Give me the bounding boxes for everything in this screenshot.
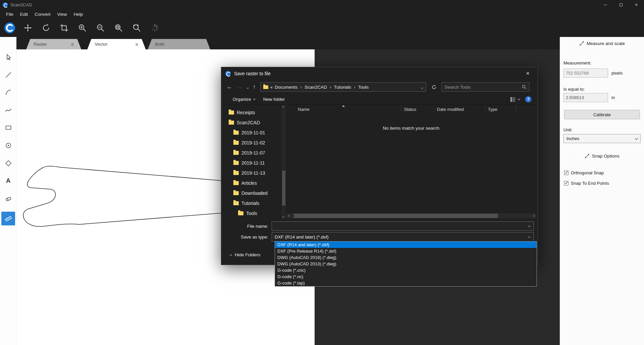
scrollbar-thumb[interactable]: [294, 214, 498, 218]
column-type[interactable]: Type: [485, 105, 516, 114]
rectangle-tool[interactable]: [1, 121, 15, 134]
minimize-button[interactable]: [598, 0, 613, 9]
tab-menu-icon[interactable]: ≡: [71, 41, 74, 47]
type-option-dxf-pre-r14[interactable]: DXF (Pre Release R14) (*.dxf): [275, 248, 537, 254]
select-tool[interactable]: [1, 50, 15, 64]
tree-item-2019-11-02[interactable]: 2019-11-02: [221, 138, 282, 148]
measure-tool[interactable]: [1, 212, 15, 225]
zoom-out-icon[interactable]: [94, 21, 107, 34]
address-dropdown-icon[interactable]: [421, 86, 423, 89]
tree-item-scan2cad[interactable]: Scan2CAD: [221, 118, 282, 128]
tool-sidebar: A: [0, 37, 16, 345]
tree-scrollbar[interactable]: [282, 105, 286, 219]
menu-view[interactable]: View: [54, 10, 70, 18]
type-option-dwg-2013[interactable]: DWG (AutoCAD 2013) (*.dwg): [275, 261, 537, 267]
back-button[interactable]: ←: [227, 84, 232, 90]
address-bar[interactable]: « Documents › Scan2CAD › Tutorials › Too…: [260, 82, 426, 92]
scrollbar-thumb[interactable]: [282, 171, 285, 206]
new-folder-button[interactable]: New folder: [261, 95, 288, 103]
search-box[interactable]: [442, 82, 530, 92]
app-window: Scan2CAD × File Edit Convert View Help: [0, 0, 644, 345]
checkbox-orthogonal-snap[interactable]: Orthogonal Snap: [564, 170, 604, 175]
search-input[interactable]: [445, 85, 522, 90]
tab-menu-icon[interactable]: ≡: [135, 41, 138, 47]
breadcrumb-tutorials[interactable]: Tutorials: [334, 85, 351, 90]
tree-item-2019-11-01[interactable]: 2019-11-01: [221, 128, 282, 138]
folder-icon: [233, 141, 239, 145]
breadcrumb-documents[interactable]: Documents: [275, 85, 297, 90]
dialog-nav-bar: ← → ↑ « Documents › Scan2CAD › Tutorials…: [221, 80, 538, 94]
chevron-down-icon[interactable]: [528, 235, 531, 238]
tree-item-2019-11-13[interactable]: 2019-11-13: [221, 168, 282, 178]
type-option-gcode-cnc[interactable]: G-code (*.cnc): [275, 267, 537, 273]
refresh-button[interactable]: [430, 85, 437, 90]
checkbox-snap-endpoints[interactable]: Snap To End Points: [564, 181, 609, 186]
tree-item-downloaded[interactable]: Downloaded: [221, 188, 282, 198]
line-tool[interactable]: [1, 68, 15, 82]
close-button[interactable]: ×: [629, 0, 644, 9]
help-button[interactable]: ?: [525, 96, 532, 102]
arc-tool[interactable]: [1, 85, 15, 99]
dialog-close-button[interactable]: ×: [522, 69, 534, 79]
scroll-up-icon[interactable]: [282, 106, 284, 109]
folder-icon: [233, 201, 239, 205]
forward-button[interactable]: →: [237, 84, 242, 90]
chevron-down-icon: [635, 136, 638, 140]
rotate-tool-icon[interactable]: [40, 21, 52, 34]
menu-convert[interactable]: Convert: [31, 10, 54, 18]
file-name-input[interactable]: [275, 224, 525, 229]
up-button[interactable]: ↑: [253, 84, 256, 90]
polygon-tool[interactable]: [1, 156, 15, 170]
tree-item-2019-11-07[interactable]: 2019-11-07: [221, 148, 282, 158]
organize-button[interactable]: Organize: [230, 95, 258, 103]
text-tool[interactable]: A: [1, 174, 15, 187]
column-status[interactable]: Status: [401, 105, 434, 114]
tab-vector[interactable]: Vector ≡: [87, 39, 146, 49]
unit-select[interactable]: Inches: [563, 134, 641, 143]
zoom-window-icon[interactable]: [112, 21, 125, 34]
scroll-down-icon[interactable]: [282, 215, 284, 218]
type-option-dxf-r14[interactable]: DXF (R14 and later) (*.dxf): [275, 242, 537, 248]
equal-input[interactable]: [563, 93, 608, 102]
chevron-down-icon[interactable]: [528, 225, 531, 227]
zoom-extents-icon[interactable]: [130, 21, 143, 34]
save-as-type-combo[interactable]: DXF (R14 and later) (*.dxf): [272, 232, 534, 242]
recent-locations-icon[interactable]: [246, 87, 249, 89]
horizontal-scrollbar[interactable]: [286, 213, 536, 218]
tree-item-articles[interactable]: Articles: [221, 178, 282, 188]
type-option-gcode-tap[interactable]: G-code (*.tap): [275, 280, 537, 286]
eraser-icon: [5, 195, 12, 202]
type-option-dwg-2018[interactable]: DWG (AutoCAD 2018) (*.dwg): [275, 254, 537, 261]
change-view-button[interactable]: [508, 96, 522, 103]
column-name[interactable]: Name: [286, 105, 401, 114]
move-tool-icon[interactable]: [21, 21, 34, 34]
menu-help[interactable]: Help: [70, 10, 86, 18]
scroll-right-icon[interactable]: [532, 215, 535, 217]
calibrate-button[interactable]: Calibrate: [564, 110, 640, 119]
column-date-modified[interactable]: Date modified: [434, 105, 485, 114]
crop-tool-icon[interactable]: [58, 21, 71, 34]
menu-file[interactable]: File: [3, 10, 17, 18]
tree-item-tutorials[interactable]: Tutorials: [221, 198, 282, 208]
circle-tool[interactable]: [1, 138, 15, 152]
tree-item-receipts[interactable]: Receipts: [221, 107, 282, 118]
tree-item-2019-11-11[interactable]: 2019-11-11: [221, 158, 282, 168]
eraser-tool[interactable]: [1, 191, 15, 205]
tab-raster[interactable]: Raster ≡: [26, 39, 81, 49]
folder-icon: [233, 171, 239, 175]
breadcrumb-scan2cad[interactable]: Scan2CAD: [305, 85, 327, 90]
menu-edit[interactable]: Edit: [17, 10, 31, 18]
measurement-input[interactable]: [563, 69, 608, 78]
save-raster-dialog: Save raster to file × ← → ↑ « Documents …: [221, 67, 538, 265]
tab-both[interactable]: Both: [148, 39, 210, 49]
zoom-in-icon[interactable]: [76, 21, 89, 34]
folder-icon: [233, 181, 239, 185]
breadcrumb-tools[interactable]: Tools: [358, 85, 369, 90]
maximize-button[interactable]: [613, 0, 629, 9]
spline-tool[interactable]: [1, 103, 15, 117]
tree-item-tools[interactable]: Tools: [221, 208, 282, 218]
hide-folders-button[interactable]: Hide Folders: [227, 251, 264, 259]
file-name-combo[interactable]: [272, 221, 534, 231]
scroll-left-icon[interactable]: [288, 215, 290, 217]
type-option-gcode-nc[interactable]: G-code (*.nc): [275, 273, 537, 280]
